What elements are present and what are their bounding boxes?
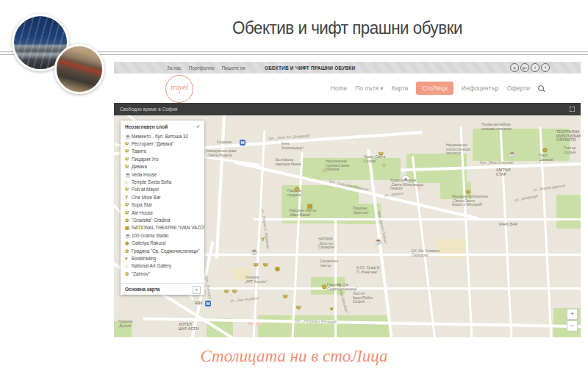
map-label: ул. „Оборище“: [514, 194, 539, 202]
dining-marker-icon[interactable]: Ψ: [466, 190, 470, 196]
dining-icon: Ψ: [125, 210, 132, 215]
legend-item-label: "Zaimov": [132, 271, 150, 276]
legend-item[interactable]: ⌂National Art Gallery: [125, 262, 204, 270]
topbar-link-0[interactable]: За нас: [167, 65, 182, 71]
dining-marker-icon[interactable]: Ψ: [379, 151, 383, 157]
map-label: Народен театър „Иван Вазов“: [289, 209, 317, 217]
nav-item-2[interactable]: Карта: [391, 85, 408, 92]
zoom-in-button[interactable]: +: [567, 309, 578, 320]
legend-item[interactable]: YOne More Bar: [125, 193, 204, 201]
art-icon: ▣: [125, 225, 132, 230]
legend-item[interactable]: ΨДивака: [125, 163, 204, 171]
legend-item[interactable]: ⌂Temple Sveta Sofia: [125, 178, 204, 185]
legend-list: ☕Мементо - бул. Витоша 32ΨРесторант "Див…: [121, 131, 204, 283]
nav-item-4[interactable]: Инфоцентър: [462, 85, 499, 92]
heart-marker-icon[interactable]: ♥: [330, 306, 334, 312]
layer-checkbox[interactable]: ✓: [196, 123, 200, 129]
legend-item[interactable]: ♥Booktrading: [125, 254, 204, 262]
dining-marker-icon[interactable]: Ψ: [263, 262, 268, 268]
legend-item-label: Booktrading: [132, 256, 157, 261]
cup-marker-icon[interactable]: ☕: [509, 151, 516, 157]
search-icon[interactable]: [538, 85, 544, 91]
map-label: ул. „Шипка“: [384, 192, 404, 198]
legend-item[interactable]: ΨAle House: [125, 209, 204, 216]
dining-marker-icon[interactable]: Ψ: [254, 262, 258, 268]
topbar-social-icons: pg+tf: [510, 63, 550, 72]
fullscreen-icon[interactable]: [570, 107, 575, 112]
map-label: PARK BAR: [499, 223, 517, 227]
basemap-dropdown-icon[interactable]: ▾: [193, 286, 201, 294]
legend-title: Неозаглавен слой: [125, 124, 168, 129]
map-label: ул. „Георги С. Раковски“: [260, 209, 270, 250]
topbar-link-1[interactable]: Портфолио: [189, 65, 215, 71]
header-photo-boat-prow: [54, 44, 104, 94]
twitter-icon[interactable]: t: [531, 63, 539, 72]
legend-item[interactable]: ▣NATIONAL THEATRE "IVAN VAZOV": [125, 224, 204, 232]
map-label: ТЕАТРАЛНА РАБОТИЛНИЦА СФУМАТО: [556, 130, 581, 143]
temple-marker-icon[interactable]: ⌂: [382, 162, 386, 168]
legend-item[interactable]: ☕100 Grama Sladki: [125, 232, 204, 239]
legend-item[interactable]: ◉Galeriya Rakursi: [125, 239, 204, 246]
map-label: Градина „Буката“: [118, 320, 132, 328]
cocktail-marker-icon[interactable]: Y: [261, 237, 265, 243]
flower-icon: ✿: [125, 271, 132, 276]
google-map[interactable]: Катедрален храм „Света Неделя“СердикаКня…: [114, 115, 581, 337]
dining-marker-icon[interactable]: Ψ: [232, 289, 237, 295]
map-label: Сатиричен театър: [320, 259, 338, 268]
nav-item-5[interactable]: Оферти: [506, 85, 530, 92]
legend-item-label: Veda House: [132, 172, 157, 177]
flower-marker-icon[interactable]: ✿: [295, 187, 300, 193]
topbar-links: За насПортфолиоПишете ни: [167, 65, 253, 71]
nav-item-0[interactable]: Home: [331, 85, 348, 92]
legend-footer[interactable]: Основна карта ▾: [121, 283, 204, 295]
metro-station-icon[interactable]: M: [205, 301, 211, 306]
legend-header: Неозаглавен слой ✓: [121, 121, 204, 131]
facebook-icon[interactable]: f: [541, 63, 550, 72]
legend-item[interactable]: ☕Veda House: [125, 171, 204, 178]
map-label: Парк „Заимов“: [539, 154, 554, 162]
flower-marker-icon[interactable]: ✿: [322, 284, 327, 290]
map-label: Сердика: [217, 140, 232, 145]
beer-icon: ☕: [125, 134, 132, 139]
zoom-out-button[interactable]: −: [567, 320, 578, 331]
camera-marker-icon[interactable]: ◉: [275, 266, 280, 272]
metro-station-icon[interactable]: M: [240, 140, 245, 146]
google-plus-icon[interactable]: g+: [520, 63, 529, 72]
map-label: Национална художествена галерия: [326, 159, 349, 172]
legend-item[interactable]: ✿"Gradska" Gradina: [125, 216, 204, 223]
topbar-link-2[interactable]: Пишете ни: [221, 65, 245, 71]
legend-item[interactable]: ✿Градина "Св. Седмочисленици": [125, 247, 204, 254]
legend-item[interactable]: ΨПицария Уго: [125, 155, 204, 162]
dining-marker-icon[interactable]: Ψ: [224, 289, 229, 295]
map-label: Градина „Кристал“: [353, 207, 369, 215]
nav-item-1[interactable]: По пътя ▾: [355, 85, 383, 92]
nav-item-3[interactable]: СтоЛица: [416, 82, 453, 95]
map-park: [473, 129, 570, 161]
legend-item-label: Градина "Св. Седмочисленици": [132, 248, 199, 254]
legend-item-label: Тавите: [132, 148, 146, 154]
dining-icon: Ψ: [125, 157, 132, 162]
legend-item[interactable]: ΨТавите: [125, 148, 204, 155]
pinterest-icon[interactable]: p: [510, 63, 519, 72]
legend-item[interactable]: ☕Мементо - бул. Витоша 32: [125, 132, 204, 140]
dining-marker-icon[interactable]: Ψ: [296, 305, 301, 311]
legend-item[interactable]: ✿"Zaimov": [125, 270, 204, 277]
flower-marker-icon[interactable]: ✿: [542, 148, 548, 154]
cocktail-icon: Y: [125, 195, 132, 200]
map-label: ХОТЕЛ ЦАР АСЕН: [179, 323, 199, 331]
cup-marker-icon[interactable]: ☕: [251, 249, 258, 255]
map-road: [215, 115, 226, 259]
legend-item[interactable]: ΨPub at Mayor: [125, 186, 204, 193]
dining-marker-icon[interactable]: Ψ: [283, 294, 287, 300]
map-label: Галерия „АРТ Хостел“: [245, 276, 268, 284]
map-label: Катедрален храм „Света Неделя“: [207, 149, 236, 157]
temple-marker-icon[interactable]: ⌂: [323, 168, 326, 173]
map-label: Хостел КростПойнт София: [353, 292, 373, 304]
art-marker-icon[interactable]: ▣: [307, 204, 313, 209]
legend-item[interactable]: ΨSupa Star: [125, 201, 204, 209]
legend-item-label: Ресторант "Дивака": [132, 141, 173, 146]
cup-marker-icon[interactable]: ☕: [375, 239, 382, 245]
legend-item[interactable]: ΨРесторант "Дивака": [125, 140, 204, 147]
legend-item-label: One More Bar: [132, 195, 161, 200]
site-logo[interactable]: travel ⌇: [165, 75, 193, 103]
